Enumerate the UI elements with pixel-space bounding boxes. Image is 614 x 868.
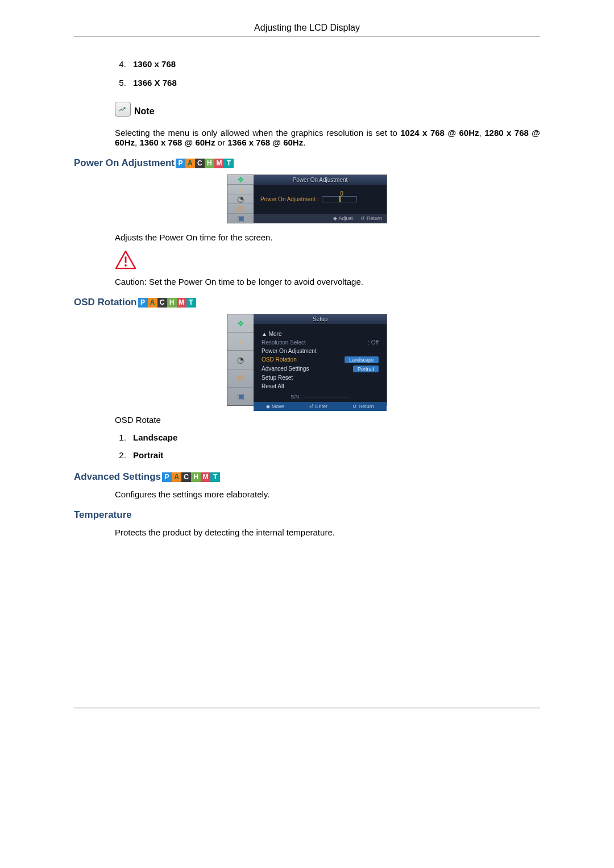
osd-menu: ▲ More Resolution Select: Off Power On A…	[254, 324, 387, 393]
mode-p-icon: P	[138, 298, 148, 308]
osd-rotate-desc: OSD Rotate	[115, 415, 540, 425]
osd-sidebar: ❖ ♪ ◔ ✿ ▣	[227, 175, 254, 223]
osd-menu-more: ▲ More	[262, 330, 379, 338]
mode-badges: P A C H M T	[162, 472, 220, 482]
osd-power-on-screenshot: ❖ ♪ ◔ ✿ ▣ Power On Adjustment Power On A…	[227, 175, 387, 223]
mode-badges: P A C H M T	[138, 298, 196, 308]
osd-footer-move: ◆ Move	[266, 404, 284, 409]
mode-p-icon: P	[162, 472, 172, 482]
caution-text: Caution: Set the Power On time to be lon…	[115, 277, 540, 286]
osd-menu-power-on-adjustment: Power On Adjustment	[262, 347, 379, 355]
osd-field-value: 0	[340, 190, 343, 197]
osd-tab-multi-icon: ▣	[227, 388, 254, 405]
osd-menu-setup-reset: Setup Reset	[262, 373, 379, 382]
osd-serial-number: S/N : —————————	[254, 393, 387, 402]
osd-footer-enter: ⏎ Enter	[309, 404, 327, 409]
resolution-item: 1366 X 768	[128, 78, 540, 88]
osd-slider	[322, 196, 357, 202]
svg-rect-0	[125, 256, 127, 263]
osd-tab-clock-icon: ◔	[227, 194, 254, 204]
mode-m-icon: M	[214, 159, 224, 168]
osd-menu-advanced-settings: Advanced SettingsPortrait	[262, 364, 379, 373]
mode-a-icon: A	[148, 298, 157, 308]
mode-a-icon: A	[185, 159, 195, 168]
note-label: Note	[134, 106, 155, 117]
osd-title: Setup	[254, 314, 387, 324]
osd-footer-adjust: ◆ Adjust	[333, 215, 352, 221]
note-block: Note	[115, 102, 540, 117]
osd-tab-sound-icon: ♪	[227, 185, 254, 194]
option-landscape: Landscape	[128, 433, 540, 442]
caution-icon	[115, 250, 540, 271]
mode-a-icon: A	[172, 472, 181, 482]
mode-c-icon: C	[195, 159, 205, 168]
section-temperature: Temperature	[74, 509, 540, 521]
mode-t-icon: T	[224, 159, 234, 168]
resolution-item: 1360 x 768	[128, 59, 540, 69]
osd-tab-settings-icon: ✿	[227, 204, 254, 214]
section-osd-rotation: OSD Rotation P A C H M T	[74, 297, 540, 308]
resolution-list: 1360 x 768 1366 X 768	[115, 59, 540, 88]
mode-h-icon: H	[167, 298, 177, 308]
mode-t-icon: T	[210, 472, 220, 482]
mode-m-icon: M	[201, 472, 210, 482]
mode-c-icon: C	[181, 472, 191, 482]
section-heading-text: Temperature	[74, 509, 132, 521]
osd-rotation-options: Landscape Portrait	[115, 433, 540, 460]
osd-menu-reset-all: Reset All	[262, 382, 379, 391]
mode-h-icon: H	[205, 159, 214, 168]
section-heading-text: Advanced Settings	[74, 471, 161, 483]
svg-point-1	[125, 264, 127, 267]
note-text: Selecting the menu is only allowed when …	[115, 128, 540, 147]
mode-m-icon: M	[177, 298, 186, 308]
osd-tab-picture-icon: ❖	[227, 314, 254, 333]
section-heading-text: OSD Rotation	[74, 297, 137, 308]
osd-tab-picture-icon: ❖	[227, 175, 254, 185]
advanced-desc: Configures the settings more elaborately…	[115, 489, 540, 499]
mode-t-icon: T	[186, 298, 196, 308]
footer-rule	[74, 708, 540, 709]
osd-field-label: Power On Adjustment :	[260, 196, 318, 202]
note-icon	[115, 102, 131, 117]
option-portrait: Portrait	[128, 450, 540, 460]
osd-sidebar: ❖ ♪ ◔ ✿ ▣	[227, 314, 254, 405]
osd-tab-settings-icon: ✿	[227, 369, 254, 388]
page-title: Adjusting the LCD Display	[254, 23, 360, 32]
section-advanced-settings: Advanced Settings P A C H M T	[74, 471, 540, 483]
osd-rotation-screenshot: ❖ ♪ ◔ ✿ ▣ Setup ▲ More Resolution Select…	[227, 314, 387, 406]
power-on-desc: Adjusts the Power On time for the screen…	[115, 232, 540, 242]
osd-menu-osd-rotation: OSD RotationLandscape	[262, 355, 379, 364]
osd-tab-multi-icon: ▣	[227, 214, 254, 223]
section-power-on-adjustment: Power On Adjustment P A C H M T	[74, 157, 540, 169]
mode-c-icon: C	[157, 298, 167, 308]
mode-h-icon: H	[191, 472, 201, 482]
osd-tab-clock-icon: ◔	[227, 351, 254, 369]
page-header: Adjusting the LCD Display	[74, 23, 540, 36]
osd-menu-resolution-select: Resolution Select: Off	[262, 338, 379, 347]
osd-title: Power On Adjustment	[254, 175, 387, 185]
mode-badges: P A C H M T	[176, 159, 234, 168]
section-heading-text: Power On Adjustment	[74, 157, 175, 169]
osd-footer-return: ↺ Return	[352, 404, 374, 409]
osd-tab-sound-icon: ♪	[227, 333, 254, 351]
osd-footer-return: ↺ Return	[360, 215, 382, 221]
temperature-desc: Protects the product by detecting the in…	[115, 528, 540, 537]
mode-p-icon: P	[176, 159, 185, 168]
